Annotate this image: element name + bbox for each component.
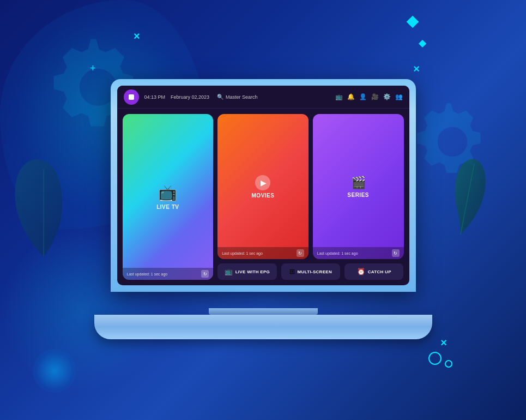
laptop: 04:13 PM February 02,2023 🔍 Master Searc…	[94, 79, 432, 341]
deco-diamond1	[407, 16, 419, 28]
live-tv-card[interactable]: 📺 LIVE TV Last updated: 1 sec ago ↻	[123, 114, 214, 280]
deco-circle1	[428, 352, 442, 365]
bottom-cards-row: 📺 LIVE WITH EPG ⊞ MULTI-SCREEN ⏰ CATCH U…	[217, 263, 403, 280]
user-icon[interactable]: 👤	[359, 93, 367, 100]
laptop-hinge	[209, 308, 318, 315]
app-header: 04:13 PM February 02,2023 🔍 Master Searc…	[117, 86, 409, 109]
live-tv-updated: Last updated: 1 sec ago ↻	[123, 268, 214, 280]
logo-square-icon	[129, 94, 134, 100]
search-icon: 🔍	[217, 94, 223, 100]
leaf-left-icon	[11, 153, 76, 262]
tv-header-icon[interactable]: 📺	[335, 93, 343, 100]
laptop-foot	[94, 315, 432, 339]
deco-x2: ×	[413, 63, 420, 75]
app-logo	[124, 89, 139, 105]
movies-refresh-icon[interactable]: ↻	[297, 249, 304, 257]
series-updated: Last updated: 1 sec ago ↻	[313, 247, 404, 259]
search-bar[interactable]: 🔍 Master Search	[217, 94, 258, 100]
header-time-date: 04:13 PM February 02,2023	[144, 94, 210, 100]
series-card[interactable]: 🎬 SERIES Last updated: 1 sec ago ↻	[313, 114, 404, 259]
header-icons: 📺 🔔 👤 🎥 ⚙️ 👥	[335, 93, 403, 100]
catch-up-icon: ⏰	[357, 268, 365, 275]
deco-circle2	[445, 360, 452, 368]
refresh-icon[interactable]: ↻	[201, 270, 209, 278]
live-epg-label: LIVE WITH EPG	[235, 269, 270, 274]
series-label: SERIES	[347, 192, 369, 198]
deco-x3: ×	[440, 337, 447, 349]
camera-icon[interactable]: 🎥	[371, 93, 379, 100]
live-tv-label: LIVE TV	[156, 204, 179, 210]
leaf-right-icon	[444, 153, 499, 240]
live-tv-icon: 📺	[158, 184, 177, 202]
date-display: February 02,2023	[171, 94, 209, 100]
catch-up-label: CATCH UP	[368, 269, 391, 274]
movies-label: MOVIES	[252, 193, 275, 199]
laptop-screen-body: 04:13 PM February 02,2023 🔍 Master Searc…	[111, 79, 416, 292]
deco-diamond2	[419, 40, 426, 47]
catch-up-card[interactable]: ⏰ CATCH UP	[344, 263, 403, 280]
series-updated-text: Last updated: 1 sec ago	[317, 251, 358, 255]
series-refresh-icon[interactable]: ↻	[392, 249, 400, 257]
movies-updated-text: Last updated: 1 sec ago	[222, 251, 263, 255]
series-icon: 🎬	[351, 176, 366, 190]
live-epg-icon: 📺	[225, 268, 233, 275]
search-label: Master Search	[226, 94, 258, 100]
bell-icon[interactable]: 🔔	[347, 93, 355, 100]
multi-screen-label: MULTI-SCREEN	[298, 269, 332, 274]
screen-content: 📺 LIVE TV Last updated: 1 sec ago ↻ ▶ MO…	[117, 109, 409, 285]
multi-screen-icon: ⊞	[289, 268, 295, 275]
live-tv-updated-text: Last updated: 1 sec ago	[127, 272, 168, 276]
laptop-base	[94, 308, 432, 341]
multi-screen-card[interactable]: ⊞ MULTI-SCREEN	[281, 263, 340, 280]
live-epg-card[interactable]: 📺 LIVE WITH EPG	[217, 263, 276, 280]
movies-play-icon: ▶	[255, 175, 270, 190]
movies-updated: Last updated: 1 sec ago ↻	[217, 247, 309, 259]
deco-orb	[33, 349, 76, 393]
time-display: 04:13 PM	[144, 94, 166, 100]
laptop-screen: 04:13 PM February 02,2023 🔍 Master Searc…	[117, 86, 409, 285]
movies-card[interactable]: ▶ MOVIES Last updated: 1 sec ago ↻	[217, 114, 309, 259]
users-icon[interactable]: 👥	[395, 93, 403, 100]
settings-icon[interactable]: ⚙️	[383, 93, 391, 100]
